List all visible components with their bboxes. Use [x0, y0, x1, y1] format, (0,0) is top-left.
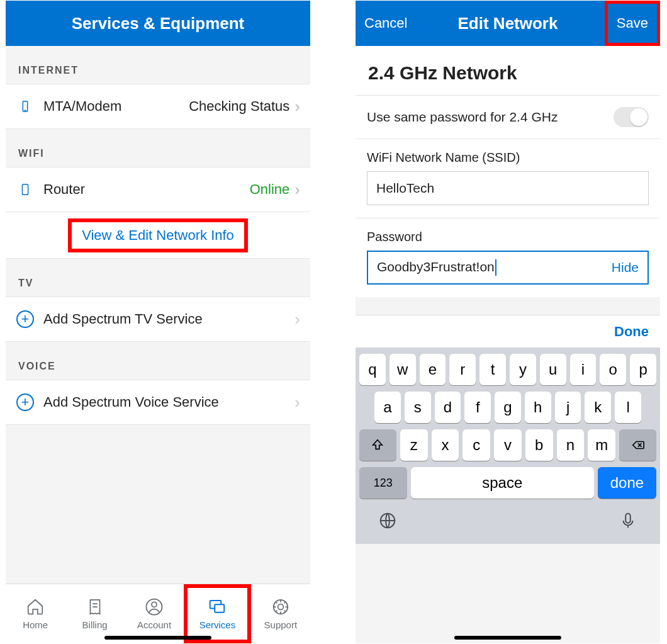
key-z[interactable]: z — [400, 429, 428, 461]
plus-circle-icon: + — [16, 393, 35, 411]
svg-rect-7 — [215, 604, 225, 613]
header-title: Services & Equipment — [72, 14, 245, 33]
same-password-row[interactable]: Use same password for 2.4 GHz — [356, 95, 660, 139]
key-backspace[interactable] — [619, 429, 656, 461]
tab-bar: Home Billing Account Services Support — [6, 584, 310, 643]
tab-services[interactable]: Services — [184, 584, 250, 643]
tab-label: Services — [199, 619, 236, 630]
svg-point-9 — [277, 604, 283, 610]
home-indicator — [104, 636, 211, 640]
ssid-value: HelloTech — [376, 181, 639, 196]
mic-icon[interactable] — [619, 511, 637, 533]
key-shift[interactable] — [359, 429, 396, 461]
network-section-title: 2.4 GHz Network — [356, 46, 660, 95]
ssid-input[interactable]: HelloTech — [367, 171, 649, 205]
password-block: Password Goodby3Frustrat!on Hide — [356, 218, 660, 297]
chevron-right-icon: › — [289, 97, 300, 116]
tab-billing[interactable]: Billing — [65, 584, 124, 643]
setting-label: Use same password for 2.4 GHz — [367, 110, 614, 125]
key-n[interactable]: n — [557, 429, 585, 461]
row-label: Add Spectrum Voice Service — [35, 394, 289, 410]
chevron-right-icon: › — [289, 310, 300, 329]
chevron-right-icon: › — [289, 393, 300, 412]
svg-rect-11 — [625, 514, 631, 523]
key-y[interactable]: y — [510, 354, 536, 385]
key-q[interactable]: q — [359, 354, 386, 385]
tab-support[interactable]: Support — [251, 584, 310, 643]
key-k[interactable]: k — [585, 392, 611, 423]
key-r[interactable]: r — [449, 354, 476, 385]
tab-label: Support — [264, 619, 298, 630]
edit-network-header: Cancel Edit Network Save — [356, 1, 660, 46]
services-header: Services & Equipment — [6, 1, 310, 46]
row-label: MTA/Modem — [35, 98, 189, 115]
key-a[interactable]: a — [374, 392, 401, 423]
plus-circle-icon: + — [16, 310, 35, 328]
modem-icon — [16, 98, 35, 115]
key-j[interactable]: j — [555, 392, 581, 423]
tab-label: Account — [137, 619, 171, 630]
section-label-voice: VOICE — [6, 342, 310, 380]
key-space[interactable]: space — [411, 467, 594, 499]
text-caret — [495, 259, 496, 276]
tab-label: Billing — [82, 619, 108, 630]
key-p[interactable]: p — [630, 354, 656, 385]
tab-account[interactable]: Account — [125, 584, 184, 643]
globe-icon[interactable] — [378, 511, 397, 533]
ssid-block: WiFi Network Name (SSID) HelloTech — [356, 139, 660, 218]
row-add-voice[interactable]: + Add Spectrum Voice Service › — [6, 380, 310, 425]
hide-password-button[interactable]: Hide — [612, 260, 639, 275]
toggle-switch[interactable] — [614, 107, 649, 127]
keyboard-done-button[interactable]: Done — [614, 324, 649, 340]
key-w[interactable]: w — [390, 354, 416, 385]
header-title: Edit Network — [458, 14, 558, 33]
home-indicator — [454, 636, 561, 640]
key-g[interactable]: g — [495, 392, 521, 423]
password-input[interactable]: Goodby3Frustrat!on Hide — [367, 251, 649, 285]
key-h[interactable]: h — [525, 392, 551, 423]
key-v[interactable]: v — [494, 429, 522, 461]
cancel-button[interactable]: Cancel — [356, 1, 416, 46]
key-123[interactable]: 123 — [359, 467, 407, 499]
key-l[interactable]: l — [615, 392, 641, 423]
key-t[interactable]: t — [479, 354, 506, 385]
row-router[interactable]: Router Online › — [6, 167, 310, 212]
row-add-tv[interactable]: + Add Spectrum TV Service › — [6, 297, 310, 342]
link-label: View & Edit Network Info — [82, 227, 234, 243]
billing-icon — [86, 597, 104, 616]
tab-label: Home — [23, 619, 48, 630]
key-i[interactable]: i — [570, 354, 597, 385]
key-u[interactable]: u — [540, 354, 566, 385]
key-f[interactable]: f — [464, 392, 491, 423]
services-icon — [208, 597, 227, 616]
support-icon — [271, 597, 290, 616]
key-d[interactable]: d — [435, 392, 461, 423]
password-value: Goodby3Frustrat!on — [377, 259, 612, 276]
chevron-right-icon: › — [289, 180, 300, 200]
key-b[interactable]: b — [525, 429, 553, 461]
key-s[interactable]: s — [405, 392, 431, 423]
key-x[interactable]: x — [432, 429, 459, 461]
row-status-online: Online — [250, 181, 290, 198]
keyboard: qwertyuiop asdfghjkl zxcvbnm 123 space d… — [356, 347, 660, 544]
key-m[interactable]: m — [588, 429, 615, 461]
svg-rect-2 — [22, 184, 28, 195]
router-icon — [16, 180, 35, 199]
key-e[interactable]: e — [420, 354, 446, 385]
password-label: Password — [367, 230, 649, 244]
key-done[interactable]: done — [598, 467, 656, 499]
tab-home[interactable]: Home — [6, 584, 65, 643]
row-mta-modem[interactable]: MTA/Modem Checking Status › — [6, 84, 310, 129]
save-button[interactable]: Save — [605, 1, 660, 46]
key-o[interactable]: o — [600, 354, 626, 385]
account-icon — [145, 597, 164, 616]
ssid-label: WiFi Network Name (SSID) — [367, 150, 649, 165]
row-label: Router — [35, 181, 250, 198]
row-status: Checking Status — [189, 98, 289, 115]
highlight-view-edit: View & Edit Network Info — [68, 218, 248, 252]
key-c[interactable]: c — [462, 429, 490, 461]
row-view-edit-network[interactable]: View & Edit Network Info — [6, 212, 310, 259]
row-label: Add Spectrum TV Service — [35, 311, 289, 327]
svg-point-5 — [152, 602, 157, 607]
keyboard-toolbar: Done — [356, 315, 660, 347]
